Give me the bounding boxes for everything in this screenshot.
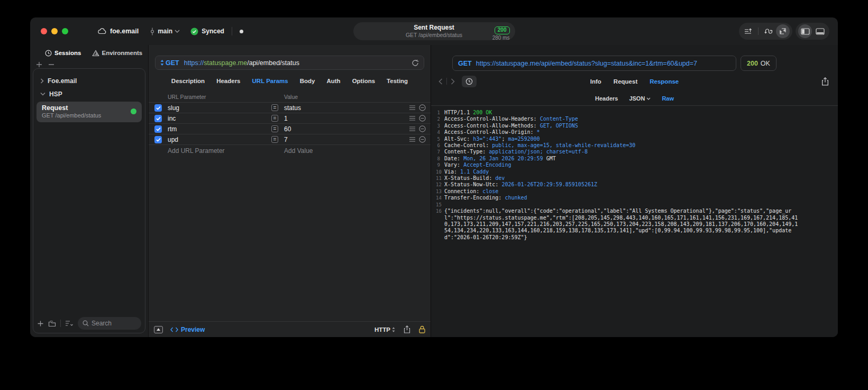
- tab-options[interactable]: Options: [352, 78, 375, 84]
- param-name-input[interactable]: upd: [168, 136, 271, 143]
- zoom-button[interactable]: [62, 28, 68, 34]
- param-row-slug: slug = status: [149, 102, 431, 113]
- tree-item-hsp[interactable]: HSP: [33, 87, 145, 101]
- session-list-controls: [30, 61, 148, 68]
- duration-label: 280 ms: [492, 35, 510, 41]
- footer-divider: [60, 320, 61, 327]
- param-checkbox[interactable]: [154, 125, 162, 133]
- line-number: 6: [436, 142, 444, 149]
- check-circle-icon: [190, 28, 198, 35]
- project-switcher[interactable]: foe.email: [98, 28, 139, 35]
- response-line: 11X-Status-Build: dev: [436, 175, 801, 182]
- add-session-button[interactable]: [36, 61, 42, 68]
- param-value-input[interactable]: 60: [284, 125, 403, 133]
- remove-param-icon[interactable]: [419, 104, 426, 111]
- protocol-label: HTTP: [374, 326, 390, 333]
- activity-pill[interactable]: Sent Request GET /api/embed/status 200 2…: [353, 22, 515, 40]
- equals-icon: =: [271, 115, 278, 122]
- params-header: URL Parameter Value: [149, 92, 431, 102]
- lock-icon[interactable]: [419, 325, 425, 333]
- drag-handle-icon[interactable]: [409, 126, 415, 131]
- param-checkbox[interactable]: [154, 115, 162, 122]
- resend-icon[interactable]: [412, 59, 419, 67]
- tab-testing[interactable]: Testing: [387, 78, 408, 84]
- share-icon[interactable]: [404, 325, 410, 333]
- sidebar-toggle-button[interactable]: [798, 24, 812, 38]
- search-icon: [83, 320, 89, 326]
- method-selector[interactable]: GET: [160, 59, 179, 67]
- sync-status[interactable]: Synced: [190, 28, 224, 35]
- branch-name: main: [158, 28, 172, 35]
- search-input[interactable]: [92, 320, 136, 327]
- param-value-input[interactable]: status: [284, 104, 403, 112]
- branch-switcher[interactable]: main: [149, 28, 180, 35]
- line-content: X-Status-Now-Utc: 2026-01-26T20:29:59.85…: [444, 182, 800, 188]
- sort-filter-button[interactable]: [65, 320, 74, 326]
- bottom-panel-toggle-button[interactable]: [813, 24, 827, 38]
- tab-environments-label: Environments: [102, 50, 143, 56]
- import-export-button[interactable]: [776, 24, 790, 38]
- tab-description[interactable]: Description: [171, 78, 205, 84]
- tree-item-foe-email[interactable]: Foe.email: [33, 74, 145, 87]
- subtab-raw[interactable]: Raw: [662, 95, 674, 102]
- param-name-input[interactable]: rtm: [168, 125, 271, 133]
- protocol-selector[interactable]: HTTP: [374, 326, 395, 333]
- sent-request-url[interactable]: GET https://statuspage.me/api/embed/stat…: [452, 56, 736, 71]
- new-folder-button[interactable]: [48, 320, 56, 327]
- tab-request[interactable]: Request: [614, 78, 637, 85]
- param-row-upd: upd = 7: [149, 134, 431, 144]
- status-text: OK: [761, 60, 770, 67]
- tab-headers[interactable]: Headers: [216, 78, 240, 84]
- tab-info[interactable]: Info: [590, 78, 601, 85]
- export-response-icon[interactable]: [821, 77, 829, 86]
- add-param-name-input[interactable]: Add URL Parameter: [168, 147, 271, 155]
- add-param-value-input[interactable]: Add Value: [284, 147, 431, 155]
- remove-param-icon[interactable]: [419, 115, 426, 122]
- response-url: https://statuspage.me/api/embed/status?s…: [476, 60, 697, 67]
- add-request-button[interactable]: [37, 320, 44, 327]
- preview-button[interactable]: Preview: [170, 326, 205, 333]
- tab-body[interactable]: Body: [300, 78, 315, 84]
- request-list-item[interactable]: Request GET /api/embed/status: [36, 102, 142, 122]
- subtab-json[interactable]: JSON: [629, 95, 651, 102]
- sidebar-tabs: Sessions Environments: [30, 45, 148, 61]
- tab-url-params[interactable]: URL Params: [252, 78, 288, 84]
- param-value-input[interactable]: 7: [284, 136, 403, 143]
- drag-handle-icon[interactable]: [409, 105, 415, 110]
- response-lines[interactable]: 1HTTP/1.1 200 OK2Access-Control-Allow-He…: [431, 106, 838, 241]
- remove-param-icon[interactable]: [419, 125, 426, 132]
- sort-export-button[interactable]: [742, 24, 755, 38]
- tab-sessions[interactable]: Sessions: [45, 50, 81, 57]
- line-content: Access-Control-Allow-Headers: Content-Ty…: [444, 116, 800, 122]
- param-value-input[interactable]: 1: [284, 115, 403, 122]
- clock-icon: [45, 50, 52, 57]
- param-checkbox[interactable]: [154, 104, 162, 112]
- response-line: 3Access-Control-Allow-Methods: GET, OPTI…: [436, 123, 801, 129]
- line-content: Date: Mon, 26 Jan 2026 20:29:59 GMT: [444, 156, 800, 162]
- minimize-button[interactable]: [51, 28, 58, 34]
- sidebar: Sessions Environments: [30, 45, 148, 337]
- line-content: Access-Control-Allow-Methods: GET, OPTIO…: [444, 123, 800, 129]
- subtab-headers[interactable]: Headers: [595, 95, 618, 102]
- response-tab-bar: Info Request Response: [431, 78, 838, 85]
- remove-session-button[interactable]: [48, 61, 54, 68]
- drag-handle-icon[interactable]: [409, 137, 415, 142]
- tab-response[interactable]: Response: [650, 78, 679, 85]
- param-checkbox[interactable]: [154, 136, 162, 143]
- close-button[interactable]: [41, 28, 47, 34]
- sidebar-search[interactable]: [78, 317, 141, 330]
- line-number: 15: [436, 202, 444, 208]
- request-url-bar[interactable]: GET https://statuspage.me/api/embed/stat…: [155, 56, 424, 70]
- param-name-input[interactable]: inc: [168, 115, 271, 122]
- line-content: Via: 1.1 Caddy: [444, 169, 800, 175]
- expand-console-button[interactable]: [154, 326, 163, 333]
- add-param-row: Add URL Parameter Add Value: [149, 144, 431, 156]
- url-scheme: https://: [184, 59, 204, 67]
- flow-arrows-button[interactable]: [761, 24, 775, 38]
- drag-handle-icon[interactable]: [409, 116, 415, 121]
- chevron-down-icon: [646, 97, 651, 100]
- param-name-input[interactable]: slug: [168, 104, 271, 112]
- tab-auth[interactable]: Auth: [326, 78, 340, 84]
- remove-param-icon[interactable]: [419, 136, 426, 143]
- tab-environments[interactable]: Environments: [92, 50, 143, 57]
